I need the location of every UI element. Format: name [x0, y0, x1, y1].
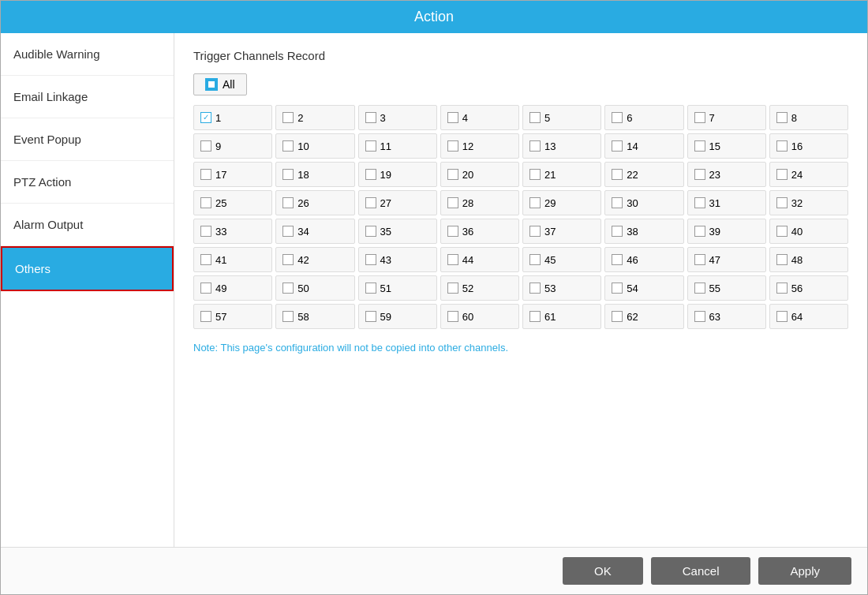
channel-cell-61[interactable]: 61 — [522, 304, 601, 329]
channel-checkbox-5 — [529, 112, 541, 123]
channel-cell-33[interactable]: 33 — [193, 219, 272, 244]
channel-checkbox-36 — [447, 226, 458, 237]
channel-checkbox-23 — [694, 169, 705, 180]
channel-cell-11[interactable]: 11 — [358, 133, 437, 159]
channel-cell-56[interactable]: 56 — [769, 275, 848, 301]
channel-cell-48[interactable]: 48 — [769, 247, 848, 272]
channel-label-37: 37 — [544, 226, 556, 238]
channel-checkbox-22 — [612, 169, 623, 180]
channel-cell-26[interactable]: 26 — [275, 190, 354, 215]
channel-cell-35[interactable]: 35 — [358, 219, 437, 244]
channel-cell-50[interactable]: 50 — [275, 275, 354, 301]
channel-checkbox-51 — [365, 283, 376, 294]
channel-cell-55[interactable]: 55 — [687, 275, 766, 301]
channel-cell-18[interactable]: 18 — [275, 162, 354, 187]
channel-label-62: 62 — [627, 311, 638, 323]
channel-cell-43[interactable]: 43 — [358, 247, 437, 272]
channel-cell-21[interactable]: 21 — [522, 162, 601, 187]
sidebar-item-audible-warning[interactable]: Audible Warning — [1, 33, 174, 76]
action-dialog: Action Audible WarningEmail LinkageEvent… — [0, 0, 868, 595]
channel-cell-54[interactable]: 54 — [604, 275, 683, 301]
channel-cell-53[interactable]: 53 — [522, 275, 601, 301]
channel-cell-46[interactable]: 46 — [604, 247, 683, 272]
channel-checkbox-40 — [776, 226, 788, 237]
sidebar-item-alarm-output[interactable]: Alarm Output — [1, 204, 174, 246]
channel-cell-31[interactable]: 31 — [687, 190, 766, 215]
channel-cell-23[interactable]: 23 — [687, 162, 766, 187]
channel-cell-62[interactable]: 62 — [604, 304, 683, 329]
all-checkbox-icon — [205, 78, 218, 91]
channel-cell-63[interactable]: 63 — [687, 304, 766, 329]
channel-cell-36[interactable]: 36 — [440, 219, 519, 244]
main-area: Trigger Channels Record All 123456789101… — [174, 33, 867, 547]
channel-label-58: 58 — [297, 311, 309, 323]
ok-button[interactable]: OK — [563, 557, 643, 585]
channel-cell-19[interactable]: 19 — [358, 162, 437, 187]
channel-cell-47[interactable]: 47 — [687, 247, 766, 272]
all-label: All — [223, 78, 235, 91]
channel-checkbox-1 — [200, 112, 211, 123]
channel-label-45: 45 — [544, 254, 556, 266]
channel-cell-60[interactable]: 60 — [440, 304, 519, 329]
channel-cell-59[interactable]: 59 — [358, 304, 437, 329]
channel-cell-52[interactable]: 52 — [440, 275, 519, 301]
channel-cell-2[interactable]: 2 — [275, 105, 354, 130]
all-button[interactable]: All — [193, 73, 247, 95]
channel-cell-40[interactable]: 40 — [769, 219, 848, 244]
channel-cell-24[interactable]: 24 — [769, 162, 848, 187]
channel-label-4: 4 — [462, 112, 468, 124]
sidebar-item-email-linkage[interactable]: Email Linkage — [1, 76, 174, 118]
channel-cell-28[interactable]: 28 — [440, 190, 519, 215]
channel-cell-49[interactable]: 49 — [193, 275, 272, 301]
channel-cell-34[interactable]: 34 — [275, 219, 354, 244]
channel-cell-32[interactable]: 32 — [769, 190, 848, 215]
channel-label-15: 15 — [709, 140, 720, 152]
channel-checkbox-25 — [200, 197, 211, 208]
channel-cell-17[interactable]: 17 — [193, 162, 272, 187]
channel-cell-20[interactable]: 20 — [440, 162, 519, 187]
channel-checkbox-27 — [365, 197, 376, 208]
sidebar-item-ptz-action[interactable]: PTZ Action — [1, 161, 174, 204]
channel-cell-4[interactable]: 4 — [440, 105, 519, 130]
sidebar-item-event-popup[interactable]: Event Popup — [1, 118, 174, 161]
channel-cell-9[interactable]: 9 — [193, 133, 272, 159]
channel-cell-42[interactable]: 42 — [275, 247, 354, 272]
channel-label-50: 50 — [297, 283, 309, 294]
cancel-button[interactable]: Cancel — [651, 557, 751, 585]
channel-cell-12[interactable]: 12 — [440, 133, 519, 159]
channel-cell-29[interactable]: 29 — [522, 190, 601, 215]
channel-cell-51[interactable]: 51 — [358, 275, 437, 301]
channel-cell-10[interactable]: 10 — [275, 133, 354, 159]
channel-cell-15[interactable]: 15 — [687, 133, 766, 159]
channel-cell-27[interactable]: 27 — [358, 190, 437, 215]
channel-cell-25[interactable]: 25 — [193, 190, 272, 215]
apply-button[interactable]: Apply — [758, 557, 851, 585]
channel-cell-6[interactable]: 6 — [604, 105, 683, 130]
channel-cell-45[interactable]: 45 — [522, 247, 601, 272]
channel-cell-30[interactable]: 30 — [604, 190, 683, 215]
channel-cell-5[interactable]: 5 — [522, 105, 601, 130]
channel-cell-7[interactable]: 7 — [687, 105, 766, 130]
channel-cell-41[interactable]: 41 — [193, 247, 272, 272]
channel-cell-58[interactable]: 58 — [275, 304, 354, 329]
channel-cell-16[interactable]: 16 — [769, 133, 848, 159]
channel-label-13: 13 — [544, 140, 556, 152]
channel-label-56: 56 — [791, 283, 803, 294]
sidebar-item-others[interactable]: Others — [1, 246, 174, 291]
channel-label-3: 3 — [380, 112, 386, 124]
channel-cell-8[interactable]: 8 — [769, 105, 848, 130]
channel-label-22: 22 — [627, 169, 638, 181]
channel-cell-13[interactable]: 13 — [522, 133, 601, 159]
channel-cell-44[interactable]: 44 — [440, 247, 519, 272]
channel-checkbox-12 — [447, 140, 458, 152]
channel-cell-37[interactable]: 37 — [522, 219, 601, 244]
channel-cell-38[interactable]: 38 — [604, 219, 683, 244]
channel-cell-1[interactable]: 1 — [193, 105, 272, 130]
channel-cell-22[interactable]: 22 — [604, 162, 683, 187]
channel-cell-57[interactable]: 57 — [193, 304, 272, 329]
channel-checkbox-24 — [776, 169, 788, 180]
channel-cell-14[interactable]: 14 — [604, 133, 683, 159]
channel-cell-64[interactable]: 64 — [769, 304, 848, 329]
channel-cell-3[interactable]: 3 — [358, 105, 437, 130]
channel-cell-39[interactable]: 39 — [687, 219, 766, 244]
